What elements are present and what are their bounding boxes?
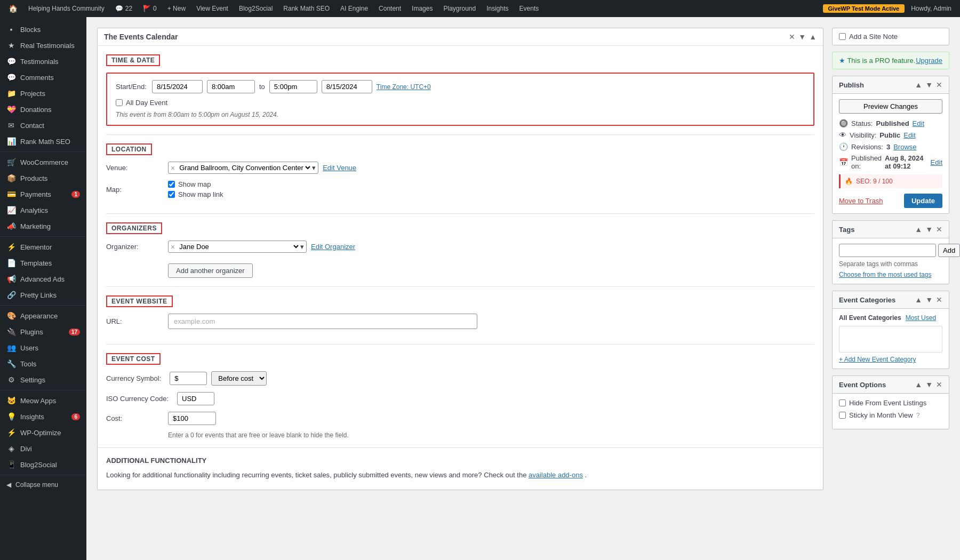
tags-panel-expand-button[interactable]: ▼ xyxy=(925,225,933,234)
sidebar-item-users[interactable]: 👥 Users xyxy=(0,340,86,356)
blog2social-link[interactable]: Blog2Social xyxy=(235,0,277,17)
events-link[interactable]: Events xyxy=(515,0,543,17)
sidebar-item-rank-math[interactable]: 📊 Rank Math SEO xyxy=(0,133,86,149)
site-name[interactable]: Helping Hands Community xyxy=(24,0,109,17)
edit-organizer-link[interactable]: Edit Organizer xyxy=(311,243,355,251)
publish-panel: Publish ▲ ▼ ✕ Preview Changes 🔘 Status: … xyxy=(832,76,949,214)
status-edit-link[interactable]: Edit xyxy=(913,119,924,127)
all-day-checkbox[interactable] xyxy=(116,99,123,106)
sticky-in-month-checkbox[interactable] xyxy=(839,412,846,419)
sidebar-item-divi[interactable]: ◈ Divi xyxy=(0,441,86,457)
playground-link[interactable]: Playground xyxy=(439,0,480,17)
before-cost-select[interactable]: Before cost xyxy=(211,371,267,386)
comments-count[interactable]: 💬 22 xyxy=(111,0,137,17)
venue-select[interactable]: Grand Ballroom, City Convention Center xyxy=(177,163,312,172)
timezone-link[interactable]: Time Zone: UTC+0 xyxy=(377,83,431,91)
sidebar-item-elementor[interactable]: ⚡ Elementor xyxy=(0,239,86,255)
sidebar-item-woocommerce[interactable]: 🛒 WooCommerce xyxy=(0,154,86,170)
organizer-clear-button[interactable]: × xyxy=(171,243,175,251)
sidebar-item-templates[interactable]: 📄 Templates xyxy=(0,255,86,271)
sidebar-item-advanced-ads[interactable]: 📢 Advanced Ads xyxy=(0,271,86,287)
rank-math-link[interactable]: Rank Math SEO xyxy=(279,0,334,17)
edit-venue-link[interactable]: Edit Venue xyxy=(323,164,356,172)
sidebar-item-testimonials[interactable]: 💬 Testimonials xyxy=(0,53,86,69)
sidebar-item-real-testimonials[interactable]: ★ Real Testimonials xyxy=(0,37,86,53)
site-icon[interactable]: 🏠 xyxy=(4,0,22,17)
tags-panel-close-button[interactable]: ✕ xyxy=(936,225,942,234)
sidebar-item-wp-optimize[interactable]: ⚡ WP-Optimize xyxy=(0,425,86,441)
sidebar-item-analytics[interactable]: 📈 Analytics xyxy=(0,202,86,218)
tec-expand-button[interactable]: ✕ xyxy=(789,33,795,41)
end-time-input[interactable] xyxy=(269,80,317,93)
event-options-expand-button[interactable]: ▼ xyxy=(925,380,933,389)
to-label: to xyxy=(259,83,265,91)
ai-engine-link[interactable]: AI Engine xyxy=(336,0,372,17)
visibility-label: Visibility: xyxy=(850,131,876,139)
start-time-input[interactable] xyxy=(207,80,255,93)
sidebar-item-contact[interactable]: ✉ Contact xyxy=(0,117,86,133)
venue-clear-button[interactable]: × xyxy=(171,164,175,172)
sidebar-item-plugins[interactable]: 🔌 Plugins 17 xyxy=(0,324,86,340)
all-categories-tab[interactable]: All Event Categories xyxy=(839,314,901,322)
sidebar-item-payments[interactable]: 💳 Payments 1 xyxy=(0,186,86,202)
event-categories-collapse-button[interactable]: ▲ xyxy=(915,295,922,304)
add-tag-button[interactable]: Add xyxy=(938,244,960,257)
tec-collapse-button[interactable]: ▼ xyxy=(798,33,806,41)
update-button[interactable]: Update xyxy=(904,194,942,208)
publish-panel-close-button[interactable]: ✕ xyxy=(936,81,942,89)
event-options-collapse-button[interactable]: ▲ xyxy=(915,380,922,389)
preview-changes-button[interactable]: Preview Changes xyxy=(839,99,942,114)
tags-panel-collapse-button[interactable]: ▲ xyxy=(915,225,922,234)
organizer-select[interactable]: Jane Doe xyxy=(177,242,300,251)
images-link[interactable]: Images xyxy=(407,0,437,17)
sidebar-item-donations[interactable]: 💝 Donations xyxy=(0,101,86,117)
sidebar-item-products[interactable]: 📦 Products xyxy=(0,170,86,186)
sidebar-item-meow-apps[interactable]: 🐱 Meow Apps xyxy=(0,393,86,409)
hide-from-listings-checkbox[interactable] xyxy=(839,399,846,406)
insights-link[interactable]: Insights xyxy=(482,0,513,17)
site-note-checkbox[interactable] xyxy=(839,33,846,40)
sidebar-item-comments[interactable]: 💬 Comments xyxy=(0,69,86,85)
sidebar-item-insights[interactable]: 💡 Insights 6 xyxy=(0,409,86,425)
sidebar-item-pretty-links[interactable]: 🔗 Pretty Links xyxy=(0,287,86,303)
publish-panel-collapse-button[interactable]: ▲ xyxy=(915,81,922,89)
event-categories-close-button[interactable]: ✕ xyxy=(936,295,942,304)
collapse-menu-button[interactable]: ◀ Collapse menu xyxy=(0,477,86,492)
sidebar-item-marketing[interactable]: 📣 Marketing xyxy=(0,218,86,234)
event-options-close-button[interactable]: ✕ xyxy=(936,380,942,389)
upgrade-link[interactable]: Upgrade xyxy=(916,57,942,65)
sidebar-item-blocks[interactable]: ▪ Blocks xyxy=(0,21,86,37)
add-organizer-button[interactable]: Add another organizer xyxy=(168,263,253,278)
available-addons-link[interactable]: available add-ons xyxy=(529,471,583,479)
sidebar-item-appearance[interactable]: 🎨 Appearance xyxy=(0,308,86,324)
new-button[interactable]: + New xyxy=(163,0,190,17)
sidebar-item-projects[interactable]: 📁 Projects xyxy=(0,85,86,101)
sidebar-item-settings[interactable]: ⚙ Settings xyxy=(0,372,86,388)
sticky-help-icon[interactable]: ? xyxy=(916,412,920,419)
end-date-input[interactable] xyxy=(322,80,372,93)
sidebar-item-tools[interactable]: 🔧 Tools xyxy=(0,356,86,372)
tec-settings-button[interactable]: ▲ xyxy=(809,33,817,41)
choose-tags-link[interactable]: Choose from the most used tags xyxy=(839,271,942,278)
visibility-edit-link[interactable]: Edit xyxy=(903,131,915,139)
published-edit-link[interactable]: Edit xyxy=(931,158,942,166)
givewp-button[interactable]: GiveWP Test Mode Active xyxy=(823,4,905,13)
start-date-input[interactable] xyxy=(152,80,203,93)
url-input[interactable] xyxy=(168,314,477,329)
cost-input[interactable] xyxy=(168,412,216,425)
show-map-checkbox[interactable] xyxy=(168,181,175,188)
show-map-link-checkbox[interactable] xyxy=(168,191,175,198)
content-link[interactable]: Content xyxy=(374,0,405,17)
tags-input[interactable] xyxy=(839,244,936,257)
event-categories-expand-button[interactable]: ▼ xyxy=(925,295,933,304)
revisions-browse-link[interactable]: Browse xyxy=(893,143,916,151)
currency-input[interactable] xyxy=(170,372,207,385)
sidebar-item-blog2social[interactable]: 📱 Blog2Social xyxy=(0,457,86,473)
moderation-count[interactable]: 🚩 0 xyxy=(139,0,161,17)
publish-panel-expand-button[interactable]: ▼ xyxy=(925,81,933,89)
add-new-category-link[interactable]: + Add New Event Category xyxy=(839,356,942,363)
move-to-trash-link[interactable]: Move to Trash xyxy=(839,197,883,205)
iso-currency-input[interactable] xyxy=(177,392,214,405)
view-event-link[interactable]: View Event xyxy=(192,0,233,17)
most-used-tab[interactable]: Most Used xyxy=(906,314,936,322)
